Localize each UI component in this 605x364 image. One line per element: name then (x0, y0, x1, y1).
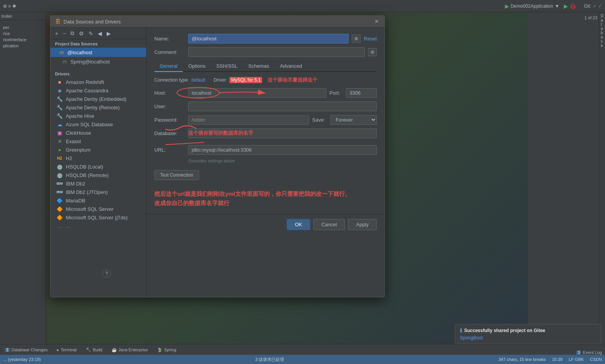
driver-apache-derby-remote[interactable]: 🔧 Apache Derby (Remote) (50, 103, 146, 112)
tab-advanced[interactable]: Advanced (274, 61, 308, 72)
toolbar-left-icons: ⊕ ≡ ✱ (3, 3, 16, 9)
driver-mariadb-label: MariaDB (66, 198, 85, 204)
user-input[interactable] (188, 102, 377, 111)
driver-apache-hive[interactable]: 🔧 Apache Hive (50, 112, 146, 120)
spring-label: Spring@localhost (70, 59, 110, 65)
driver-value[interactable]: MySQL for 5.1 (229, 77, 262, 83)
remove-datasource-btn[interactable]: − (61, 30, 67, 37)
driver-annotation: 这个驱动尽量选择这个 (267, 77, 318, 83)
database-input[interactable] (188, 129, 377, 138)
notification-link[interactable]: SpringBoot (460, 335, 483, 341)
settings-datasource-btn[interactable]: ⚙ (77, 30, 85, 37)
port-input[interactable] (346, 88, 377, 98)
drivers-section: Drivers ■ Amazon Redshift ◈ Apache Cassa… (50, 69, 146, 230)
tab-build[interactable]: 🔨 Build (81, 345, 107, 355)
driver-hsqldb-local[interactable]: ⬤ HSQLDB (Local) (50, 162, 146, 171)
event-log-btn[interactable]: 3 Event Log (576, 350, 605, 355)
name-row: Name: ⊞ Reset (154, 34, 377, 43)
test-connection-button[interactable]: Test Connection (154, 170, 199, 180)
connection-type-row: Connection type: default Driver: MySQL f… (154, 77, 377, 83)
run-btn[interactable]: ▶ (564, 3, 568, 9)
name-label: Name: (154, 36, 185, 42)
driver-amazon-redshift[interactable]: ■ Amazon Redshift (50, 78, 146, 86)
driver-azure-sql-label: Azure SQL Database (66, 122, 113, 127)
url-row: URL: (154, 145, 377, 155)
driver-apache-derby-embedded[interactable]: 🔧 Apache Derby (Embedded) (50, 95, 146, 103)
save-select[interactable]: Forever Session Never (331, 115, 377, 125)
spring-icon: 🗃 (61, 58, 67, 65)
datasource-localhost[interactable]: 🗃 @localhost (50, 48, 146, 57)
cancel-button[interactable]: Cancel (313, 219, 345, 230)
greenplum-icon: ● (57, 147, 63, 153)
name-expand-btn[interactable]: ⊞ (352, 35, 361, 43)
tab-database-changes[interactable]: 3 Database Changes (0, 345, 52, 355)
tab-spring[interactable]: 🍃 Spring (152, 345, 181, 355)
apply-button[interactable]: Apply (348, 219, 377, 230)
database-row: Database: (154, 129, 377, 138)
event-log-badge: 3 (576, 351, 582, 355)
clickhouse-icon: ▣ (57, 130, 63, 136)
status-center: 3:这请求已处理 (47, 357, 492, 362)
name-input[interactable] (188, 34, 349, 43)
conn-type-label: Connection type: (154, 77, 189, 83)
copy-datasource-btn[interactable]: ⧉ (69, 29, 76, 37)
ok-button[interactable]: OK (287, 219, 310, 230)
debug-btn[interactable]: 🐞 (570, 3, 576, 9)
driver-mssql-jtds-label: Microsoft SQL Server (jTds) (66, 215, 128, 220)
comment-expand-btn[interactable]: ⊞ (368, 48, 377, 56)
driver-apache-hive-label: Apache Hive (66, 113, 94, 119)
conn-type-value[interactable]: default (191, 77, 205, 83)
driver-ibm-db2[interactable]: IBM IBM Db2 (50, 179, 146, 188)
help-button[interactable]: ? (102, 269, 111, 278)
driver-clickhouse[interactable]: ▣ ClickHouse (50, 129, 146, 137)
driver-h2[interactable]: H2 H2 (50, 154, 146, 162)
user-row: User: (154, 102, 377, 111)
host-input[interactable] (188, 88, 326, 98)
azure-sql-icon: ☁ (57, 121, 63, 127)
driver-exasol[interactable]: ✕ Exasol (50, 137, 146, 145)
driver-more[interactable]: … ... (50, 222, 146, 230)
password-hidden-text: hidden (192, 117, 206, 123)
driver-mariadb[interactable]: 🔷 MariaDB (50, 196, 146, 205)
sidebar-item-plication: plication (3, 43, 43, 48)
tab-ssh-ssl[interactable]: SSH/SSL (211, 61, 243, 72)
dialog-close-button[interactable]: × (373, 18, 380, 25)
sidebar-project-label: troller (2, 14, 12, 18)
spring-label: Spring (164, 347, 176, 352)
tab-terminal[interactable]: ▸ Terminal (52, 345, 82, 355)
edit-datasource-btn[interactable]: ✎ (87, 30, 95, 37)
datasource-spring[interactable]: 🗃 Spring@localhost (50, 57, 146, 66)
build-icon: 🔨 (86, 347, 91, 352)
driver-azure-sql[interactable]: ☁ Azure SQL Database (50, 120, 146, 129)
driver-greenplum[interactable]: ● Greenplum (50, 145, 146, 154)
tab-java-enterprise[interactable]: ☕ Java Enterprise (107, 345, 152, 355)
dropdown-arrow[interactable]: ▼ (555, 3, 559, 9)
status-left: ... (yesterday 23:19) (3, 357, 41, 362)
comment-input[interactable] (188, 47, 365, 57)
back-btn[interactable]: ◀ (96, 30, 104, 37)
driver-apache-cassandra[interactable]: ◈ Apache Cassandra (50, 86, 146, 95)
tab-schemas[interactable]: Schemas (243, 61, 274, 72)
driver-mssql-jtds[interactable]: 🔶 Microsoft SQL Server (jTds) (50, 213, 146, 222)
sidebar-items: per rice riceInterface plication (0, 23, 46, 50)
driver-ibm-db2-jtopen[interactable]: IBM IBM Db2 (JTOpen) (50, 188, 146, 196)
tab-general[interactable]: General (154, 61, 183, 72)
driver-mssql[interactable]: 🔶 Microsoft SQL Server (50, 205, 146, 213)
dialog-buttons: OK Cancel Apply (147, 214, 384, 235)
test-connection-container: Test Connection (154, 166, 377, 180)
dialog-icon: 🗄 (55, 18, 60, 25)
hsqldb-remote-icon: ⬤ (57, 172, 63, 178)
tab-options[interactable]: Options (183, 61, 211, 72)
forward-btn[interactable]: ▶ (105, 30, 112, 37)
reset-button[interactable]: Reset (364, 36, 377, 42)
build-label: Build (93, 347, 102, 352)
tabs-bar: General Options SSH/SSL Schemas Advanced (154, 61, 377, 72)
driver-hsqldb-remote[interactable]: ⬤ HSQLDB (Remote) (50, 171, 146, 179)
run-icon: ▶ (505, 3, 509, 9)
url-input[interactable] (188, 145, 377, 155)
status-encoding: LF GBK (569, 357, 584, 362)
add-datasource-btn[interactable]: + (53, 30, 60, 37)
drivers-section-label: Drivers (50, 69, 146, 78)
apache-cassandra-icon: ◈ (57, 87, 63, 94)
info-icon: ℹ (460, 327, 462, 334)
